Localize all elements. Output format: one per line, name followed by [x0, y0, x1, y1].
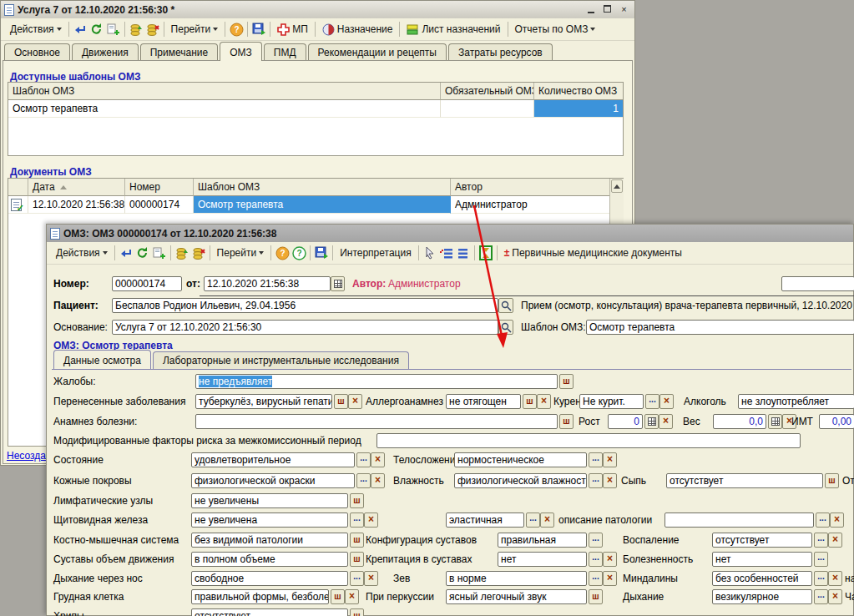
text-edit-button[interactable]: ш — [350, 608, 364, 616]
required-cell[interactable] — [441, 100, 534, 118]
omz-reports-menu-button[interactable]: Отчеты по ОМЗ — [511, 22, 600, 37]
post-document-button[interactable] — [174, 245, 190, 261]
mp-button[interactable]: МП — [273, 22, 312, 38]
text-edit-button[interactable]: ш — [523, 394, 537, 409]
pathology-field[interactable] — [665, 512, 814, 528]
select-button[interactable]: ... — [814, 533, 828, 548]
smoking-field[interactable]: Не курит. — [579, 394, 644, 409]
minimize-button[interactable] — [585, 5, 596, 15]
clear-button[interactable]: × — [371, 473, 385, 488]
unpost-document-button[interactable] — [190, 245, 207, 261]
col-header-count[interactable]: Количество ОМЗ — [534, 83, 623, 100]
save-button[interactable] — [313, 245, 330, 261]
extra-field[interactable] — [781, 276, 854, 291]
select-button[interactable]: ... — [350, 512, 364, 528]
text-edit-button[interactable]: ш — [825, 473, 839, 488]
primary-medical-docs-button[interactable]: ±Первичные медицинские документы — [500, 245, 686, 260]
text-edit-button[interactable]: ш — [350, 533, 364, 548]
skin-field[interactable]: физиологической окраски — [191, 473, 355, 488]
allergy-field[interactable]: не отягощен — [446, 394, 521, 409]
patient-lookup-button[interactable] — [498, 298, 513, 313]
select-button[interactable]: ... — [814, 552, 828, 567]
calendar-button[interactable] — [331, 276, 345, 291]
save-close-button[interactable] — [72, 21, 88, 38]
actions-menu-button[interactable]: Действия — [6, 22, 66, 37]
col-header-date[interactable]: Дата — [28, 179, 125, 196]
clear-button[interactable]: × — [603, 473, 617, 488]
templates-table[interactable]: Шаблон ОМЗ Обязательный ОМЗ Количество О… — [8, 82, 624, 156]
clear-button[interactable]: × — [603, 552, 617, 567]
help-button[interactable]: ? — [274, 245, 291, 261]
clear-button[interactable]: × — [345, 589, 359, 604]
select-button[interactable]: ... — [814, 571, 828, 586]
thyroid-field[interactable]: не увеличена — [191, 512, 348, 528]
clear-button[interactable]: × — [659, 394, 674, 409]
doc-number-cell[interactable]: 000000174 — [125, 196, 194, 214]
select-button[interactable]: ... — [589, 473, 603, 488]
crepitus-field[interactable]: нет — [498, 552, 587, 567]
text-edit-button[interactable]: ш — [589, 589, 603, 604]
risk-factors-field[interactable] — [376, 433, 801, 448]
weight-field[interactable]: 0,0 — [713, 414, 766, 429]
state-field[interactable]: удовлетворительное — [191, 452, 355, 467]
close-button[interactable]: × — [619, 5, 629, 15]
lymph-field[interactable]: не увеличены — [191, 493, 348, 508]
service-window-titlebar[interactable]: Услуга 7 от 12.10.2020 21:56:30 * × — [1, 1, 634, 18]
doc-template-cell[interactable]: Осмотр терапевта — [194, 196, 451, 214]
breathing-field[interactable]: везикулярное — [712, 589, 812, 604]
save-close-button[interactable] — [118, 245, 134, 261]
text-edit-button[interactable]: ш — [350, 493, 364, 508]
select-button[interactable]: ... — [589, 452, 603, 467]
clear-button[interactable]: × — [603, 571, 617, 586]
tab-lab-research[interactable]: Лабораторные и инструментальные исследов… — [153, 351, 409, 369]
doc-date-cell[interactable]: 12.10.2020 21:56:38 — [28, 196, 125, 214]
text-edit-button[interactable]: ш — [334, 394, 348, 409]
doc-author-cell[interactable]: Администратор — [451, 196, 609, 214]
alcohol-field[interactable]: не злоупотребляет — [738, 394, 854, 409]
text-edit-button[interactable]: ш — [350, 552, 364, 567]
text-edit-button[interactable]: ш — [559, 414, 574, 429]
refresh-button[interactable] — [88, 21, 105, 38]
wheezing-field[interactable]: отсутствуют — [191, 608, 348, 616]
musculoskeletal-field[interactable]: без видимой патологии — [191, 533, 348, 548]
joints-config-field[interactable]: правильная — [498, 533, 587, 548]
save-button[interactable] — [250, 21, 267, 38]
doc-row-icon-cell[interactable]: ✓ — [8, 196, 28, 214]
template-cell[interactable]: Осмотр терапевта — [8, 100, 441, 118]
clear-button[interactable]: × — [659, 414, 673, 429]
inflammation-field[interactable]: отсутствует — [712, 533, 812, 548]
calc-button[interactable] — [644, 414, 659, 429]
tab-primechanie[interactable]: Примечание — [140, 43, 218, 61]
datetime-field[interactable]: 12.10.2020 21:56:38 — [204, 276, 331, 291]
select-button[interactable]: ... — [356, 452, 371, 467]
tab-rekomendatsii[interactable]: Рекомендации и рецепты — [308, 43, 447, 61]
tab-pmd[interactable]: ПМД — [264, 43, 306, 61]
select-button[interactable]: ... — [645, 394, 659, 409]
goto-menu-button[interactable]: Перейти — [213, 245, 269, 260]
joints-motion-field[interactable]: в полном объеме — [191, 552, 348, 567]
select-button[interactable]: ... — [589, 533, 603, 548]
col-header-number[interactable]: Номер — [125, 179, 194, 196]
scroll-up-button[interactable] — [611, 179, 623, 193]
clear-button[interactable]: × — [348, 394, 362, 409]
text-edit-button[interactable]: ш — [559, 374, 574, 389]
clear-button[interactable]: × — [830, 512, 844, 528]
text-edit-button[interactable]: ш — [331, 589, 345, 604]
clear-button[interactable]: × — [828, 533, 842, 548]
col-header-template[interactable]: Шаблон ОМЗ — [8, 83, 441, 100]
clear-button[interactable]: × — [603, 452, 617, 467]
count-cell[interactable]: 1 — [534, 100, 623, 118]
interpretation-button[interactable]: Интерпретация — [336, 245, 416, 260]
clear-button[interactable]: × — [371, 452, 385, 467]
tab-dvizheniya[interactable]: Движения — [72, 43, 139, 61]
anamnesis-field[interactable] — [195, 414, 558, 429]
clear-button[interactable]: × — [828, 589, 842, 604]
help-button[interactable]: ? — [228, 21, 245, 38]
tab-exam-data[interactable]: Данные осмотра — [53, 350, 151, 369]
clear-button[interactable]: × — [364, 512, 378, 528]
goto-menu-button[interactable]: Перейти — [167, 22, 223, 37]
tab-zatraty[interactable]: Затраты ресурсов — [448, 43, 553, 61]
sheet-button[interactable]: Лист назначений — [402, 22, 504, 38]
chest-field[interactable]: правильной формы, безболезне — [191, 589, 329, 604]
col-header-author[interactable]: Автор — [451, 179, 609, 196]
